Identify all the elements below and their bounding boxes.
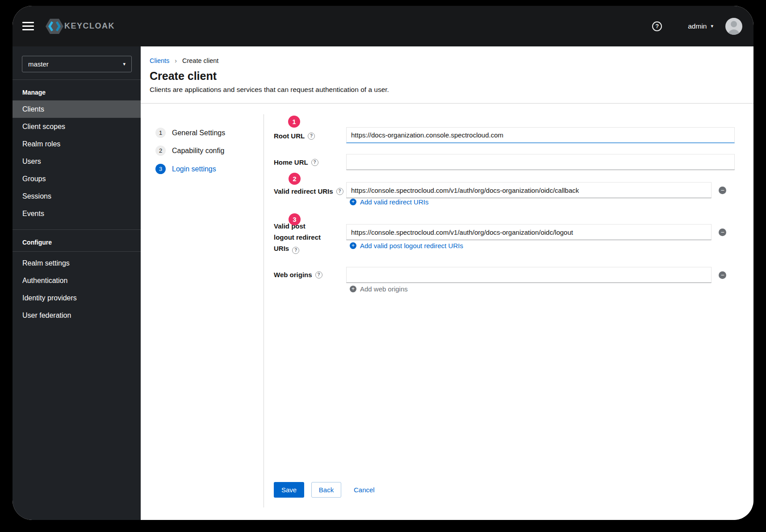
home-url-input[interactable]: [346, 154, 735, 170]
app-window: KEYCLOAK ? admin ▾ master ▾ Manage Clien…: [13, 6, 753, 520]
home-url-label-text: Home URL: [274, 158, 308, 166]
add-web-origins-link[interactable]: + Add web origins: [350, 285, 408, 293]
sidebar: master ▾ Manage Clients Client scopes Re…: [13, 46, 141, 520]
page-title: Create client: [150, 70, 753, 83]
minus-icon: −: [720, 229, 724, 235]
step-number: 3: [155, 164, 166, 174]
plus-icon: +: [350, 199, 356, 205]
manage-nav: Clients Client scopes Realm roles Users …: [13, 100, 141, 222]
main-content: Clients › Create client Create client Cl…: [141, 46, 753, 520]
valid-redirect-uris-label: Valid redirect URIs ?: [274, 187, 343, 195]
realm-selector[interactable]: master ▾: [22, 56, 132, 72]
add-valid-redirect-uris-label: Add valid redirect URIs: [360, 198, 428, 206]
minus-icon: −: [720, 272, 724, 278]
brand-text: KEYCLOAK: [64, 21, 115, 31]
chevron-right-icon: ›: [175, 57, 177, 64]
valid-post-logout-redirect-uri-input[interactable]: [346, 224, 712, 240]
keycloak-logo-icon: [46, 18, 63, 34]
realm-name: master: [28, 60, 49, 68]
breadcrumb-current: Create client: [182, 57, 218, 64]
help-icon[interactable]: ?: [292, 247, 299, 254]
wizard-step-general-settings[interactable]: 1 General Settings: [155, 128, 225, 138]
plus-icon: +: [350, 286, 356, 292]
sidebar-item-clients[interactable]: Clients: [13, 100, 141, 118]
sidebar-section-configure: Configure: [13, 230, 141, 252]
add-web-origins-label: Add web origins: [360, 285, 408, 293]
step-number: 2: [155, 145, 166, 156]
help-icon[interactable]: ?: [315, 271, 322, 278]
masthead: KEYCLOAK ? admin ▾: [13, 6, 753, 46]
plus-icon: +: [350, 242, 356, 249]
sidebar-item-authentication[interactable]: Authentication: [13, 272, 141, 289]
back-button[interactable]: Back: [311, 482, 341, 498]
breadcrumb: Clients › Create client: [150, 57, 753, 64]
avatar[interactable]: [725, 18, 742, 35]
keycloak-logo: KEYCLOAK: [46, 18, 115, 34]
sidebar-section-manage: Manage: [13, 80, 141, 100]
root-url-label: Root URL ?: [274, 132, 315, 140]
cancel-button[interactable]: Cancel: [354, 482, 375, 498]
add-valid-redirect-uris-link[interactable]: + Add valid redirect URIs: [350, 198, 428, 206]
username[interactable]: admin: [688, 22, 707, 30]
sidebar-item-sessions[interactable]: Sessions: [13, 187, 141, 205]
caret-down-icon: ▾: [123, 61, 126, 67]
save-button[interactable]: Save: [274, 482, 304, 498]
sidebar-item-identity-providers[interactable]: Identity providers: [13, 289, 141, 307]
sidebar-item-realm-settings[interactable]: Realm settings: [13, 254, 141, 272]
sidebar-item-groups[interactable]: Groups: [13, 170, 141, 187]
sidebar-item-users[interactable]: Users: [13, 153, 141, 170]
valid-redirect-uris-label-text: Valid redirect URIs: [274, 187, 333, 195]
create-client-form: 1 General Settings 2 Capability config 3…: [141, 104, 753, 520]
sidebar-item-events[interactable]: Events: [13, 205, 141, 222]
valid-redirect-uri-input[interactable]: [346, 182, 712, 198]
annotation-badge-2: 2: [289, 173, 301, 185]
sidebar-item-client-scopes[interactable]: Client scopes: [13, 118, 141, 135]
annotation-badge-1: 1: [288, 116, 300, 128]
divider: [264, 114, 264, 507]
help-icon[interactable]: ?: [652, 21, 662, 31]
remove-post-logout-uri-button[interactable]: −: [719, 229, 726, 236]
sidebar-item-user-federation[interactable]: User federation: [13, 307, 141, 324]
step-label: Login settings: [172, 165, 216, 173]
step-label: General Settings: [172, 129, 225, 137]
page-header: Clients › Create client Create client Cl…: [141, 46, 753, 104]
web-origins-input[interactable]: [346, 267, 712, 283]
help-icon[interactable]: ?: [308, 133, 315, 140]
web-origins-label: Web origins ?: [274, 271, 322, 278]
add-valid-post-logout-redirect-uris-link[interactable]: + Add valid post logout redirect URIs: [350, 242, 463, 249]
step-label: Capability config: [172, 147, 224, 155]
help-icon[interactable]: ?: [336, 188, 343, 195]
configure-nav: Realm settings Authentication Identity p…: [13, 254, 141, 324]
root-url-input[interactable]: [346, 127, 735, 143]
web-origins-label-text: Web origins: [274, 271, 312, 278]
masthead-right: ? admin ▾: [652, 18, 742, 35]
annotation-badge-3: 3: [289, 213, 301, 225]
page-subtitle: Clients are applications and services th…: [150, 86, 753, 94]
caret-down-icon[interactable]: ▾: [711, 23, 713, 29]
wizard-step-login-settings[interactable]: 3 Login settings: [155, 164, 216, 174]
valid-post-logout-redirect-uris-label: Valid post logout redirect URIs?: [274, 220, 326, 254]
home-url-label: Home URL ?: [274, 158, 318, 166]
remove-redirect-uri-button[interactable]: −: [719, 187, 726, 194]
add-valid-post-logout-redirect-uris-label: Add valid post logout redirect URIs: [360, 242, 463, 249]
sidebar-item-realm-roles[interactable]: Realm roles: [13, 135, 141, 153]
root-url-label-text: Root URL: [274, 132, 305, 140]
breadcrumb-clients-link[interactable]: Clients: [150, 57, 169, 64]
step-number: 1: [155, 128, 166, 138]
help-icon[interactable]: ?: [311, 159, 318, 166]
wizard-step-capability-config[interactable]: 2 Capability config: [155, 145, 224, 156]
minus-icon: −: [720, 187, 724, 193]
remove-web-origin-button[interactable]: −: [719, 271, 726, 279]
menu-icon[interactable]: [22, 22, 34, 30]
